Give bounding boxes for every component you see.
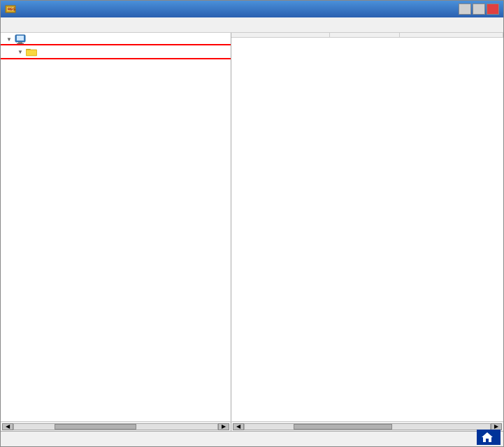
scroll-right-btn2[interactable]: ▶: [491, 423, 502, 430]
status-bar: [1, 431, 503, 446]
bottom-scrollbars: ◀ ▶ ◀ ▶: [1, 421, 503, 431]
svg-rect-4: [17, 36, 24, 41]
svg-rect-5: [18, 42, 22, 43]
menu-favorites[interactable]: [34, 19, 45, 31]
left-hscroll[interactable]: ◀ ▶: [1, 422, 231, 431]
col-type[interactable]: [329, 33, 399, 38]
col-name[interactable]: [231, 33, 329, 38]
right-pane[interactable]: [231, 33, 503, 421]
expand-arrow-computer: ▼: [3, 34, 15, 45]
menu-file[interactable]: [1, 19, 12, 31]
scroll-left-btn[interactable]: ◀: [2, 423, 13, 430]
hscroll-track-right[interactable]: [244, 423, 491, 430]
scroll-left-btn2[interactable]: ◀: [233, 423, 244, 430]
col-data[interactable]: [399, 33, 503, 38]
right-hscroll[interactable]: ◀ ▶: [231, 422, 503, 431]
close-button[interactable]: [487, 3, 499, 15]
logo-box: [477, 430, 501, 445]
title-bar: REG: [1, 1, 503, 17]
minimize-button[interactable]: [459, 3, 471, 15]
house-icon: [481, 431, 494, 444]
svg-text:REG: REG: [8, 7, 15, 11]
menu-help[interactable]: [45, 19, 57, 31]
svg-marker-10: [482, 432, 493, 442]
left-pane[interactable]: ▼ ▼ const: [1, 33, 231, 421]
registry-values-table: [231, 33, 503, 38]
status-logo: [477, 430, 501, 445]
maximize-button[interactable]: [473, 3, 485, 15]
registry-icon: REG: [5, 3, 16, 15]
hscroll-track-left[interactable]: [13, 423, 218, 430]
registry-editor-window: REG ▼: [0, 0, 504, 447]
scroll-right-btn[interactable]: ▶: [218, 423, 229, 430]
main-content: ▼ ▼ const: [1, 33, 503, 421]
tree-item-computer[interactable]: ▼: [1, 33, 231, 45]
menu-edit[interactable]: [12, 19, 23, 31]
tree-item-hkey-classes-root[interactable]: ▼: [1, 45, 231, 58]
menu-view[interactable]: [23, 19, 34, 31]
menu-bar: [1, 17, 503, 33]
title-bar-left: REG: [5, 3, 19, 15]
svg-rect-9: [27, 50, 36, 55]
title-bar-buttons: [459, 3, 499, 15]
folder-open-icon: [26, 47, 37, 57]
expand-arrow-hkey: ▼: [15, 46, 26, 57]
svg-rect-6: [17, 43, 24, 44]
computer-icon: [15, 34, 26, 45]
